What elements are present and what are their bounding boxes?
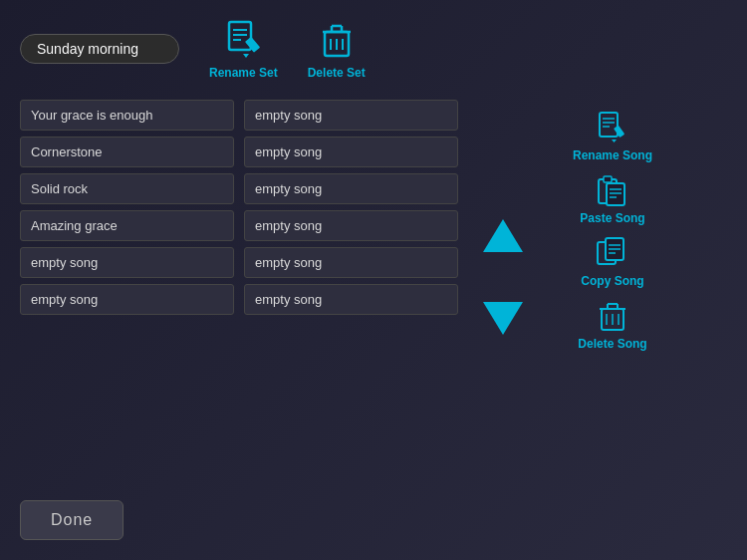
rename-set-icon [221, 18, 265, 62]
right-song-item-0[interactable]: empty song [244, 100, 458, 131]
svg-rect-24 [607, 183, 624, 205]
main-content: Your grace is enoughCornerstoneSolid roc… [0, 90, 747, 470]
move-down-button[interactable] [478, 290, 528, 346]
copy-song-icon [595, 235, 630, 271]
rename-song-icon [595, 110, 630, 145]
paste-song-label: Paste Song [580, 211, 644, 225]
left-song-item-4[interactable]: empty song [20, 247, 234, 278]
svg-rect-23 [604, 176, 612, 182]
move-up-button[interactable] [478, 214, 528, 270]
copy-song-button[interactable]: Copy Song [581, 235, 643, 288]
rename-set-label: Rename Set [209, 66, 278, 80]
right-song-item-4[interactable]: empty song [244, 247, 458, 278]
arrow-controls [468, 100, 538, 460]
rename-song-button[interactable]: Rename Song [573, 110, 652, 162]
svg-marker-21 [612, 140, 617, 142]
left-song-list: Your grace is enoughCornerstoneSolid roc… [20, 100, 234, 460]
header: Rename Set Delete Set [0, 0, 747, 90]
done-button[interactable]: Done [20, 500, 124, 540]
left-song-item-2[interactable]: Solid rock [20, 173, 234, 204]
rename-song-label: Rename Song [573, 148, 652, 162]
left-song-item-1[interactable]: Cornerstone [20, 137, 234, 167]
right-song-item-1[interactable]: empty song [244, 137, 458, 167]
left-song-item-3[interactable]: Amazing grace [20, 210, 234, 241]
delete-song-button[interactable]: Delete Song [578, 298, 646, 351]
right-song-item-3[interactable]: empty song [244, 210, 458, 241]
delete-set-button[interactable]: Delete Set [308, 18, 366, 80]
svg-marker-5 [243, 54, 249, 58]
right-song-item-5[interactable]: empty song [244, 284, 458, 315]
delete-set-icon [315, 18, 359, 62]
right-song-list: empty songempty songempty songempty song… [244, 100, 458, 460]
svg-rect-16 [600, 113, 618, 137]
delete-set-label: Delete Set [308, 66, 366, 80]
copy-song-label: Copy Song [581, 274, 643, 288]
delete-song-icon [595, 298, 630, 334]
paste-song-icon [595, 172, 630, 208]
svg-marker-15 [483, 302, 523, 335]
footer: Done [20, 500, 124, 540]
paste-song-button[interactable]: Paste Song [580, 172, 644, 225]
rename-set-button[interactable]: Rename Set [209, 18, 278, 80]
set-name-input[interactable] [20, 34, 179, 64]
svg-marker-14 [483, 219, 523, 252]
left-song-item-5[interactable]: empty song [20, 284, 234, 315]
right-song-item-2[interactable]: empty song [244, 173, 458, 204]
song-actions: Rename Song Paste Song [558, 100, 667, 460]
delete-song-label: Delete Song [578, 337, 646, 351]
left-song-item-0[interactable]: Your grace is enough [20, 100, 234, 131]
